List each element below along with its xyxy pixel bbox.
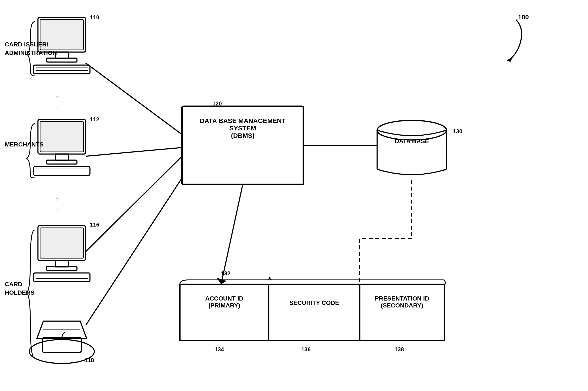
database-label: DATA BASE: [388, 138, 436, 145]
ref-116: 116: [90, 221, 99, 228]
ref-130: 130: [453, 128, 462, 135]
svg-rect-11: [34, 167, 90, 175]
dots-merchants: ○○○: [55, 183, 59, 216]
patent-diagram: CARD ISSUER/ ADMINISTRATION 110 MERCHANT…: [0, 0, 588, 391]
dots-card-issuer: ○○○: [55, 81, 59, 114]
svg-line-41: [221, 185, 243, 284]
ref-136: 136: [301, 346, 311, 353]
svg-marker-43: [507, 55, 514, 62]
ref-118: 118: [84, 357, 94, 364]
col-presentation-id: PRESENTATION ID (SECONDARY): [361, 295, 443, 309]
col-account-id: ACCOUNT ID (PRIMARY): [181, 295, 268, 309]
ref-112: 112: [90, 116, 99, 123]
ref-132: 132: [221, 270, 230, 277]
diagram-svg: [0, 0, 588, 391]
svg-line-36: [86, 178, 182, 325]
ref-138: 138: [394, 346, 404, 353]
ref-120: 120: [212, 100, 222, 107]
svg-rect-18: [34, 273, 90, 282]
svg-rect-4: [34, 65, 90, 74]
ref-100: 100: [518, 13, 529, 21]
ref-134: 134: [215, 346, 224, 353]
svg-marker-42: [217, 278, 226, 284]
merchants-label: MERCHANTS: [5, 141, 44, 148]
svg-line-34: [86, 148, 182, 156]
dbms-label: DATA BASE MANAGEMENT SYSTEM (DBMS): [182, 117, 303, 139]
svg-line-33: [86, 63, 182, 134]
svg-line-35: [86, 156, 182, 252]
svg-point-29: [377, 120, 447, 140]
ref-110: 110: [90, 14, 99, 21]
card-issuer-label: CARD ISSUER/ ADMINISTRATION: [5, 40, 57, 57]
svg-rect-30: [180, 284, 444, 341]
svg-rect-8: [40, 121, 83, 152]
svg-rect-15: [40, 228, 83, 258]
card-holders-label: CARD HOLDERS: [5, 280, 34, 297]
col-security-code: SECURITY CODE: [270, 299, 359, 306]
